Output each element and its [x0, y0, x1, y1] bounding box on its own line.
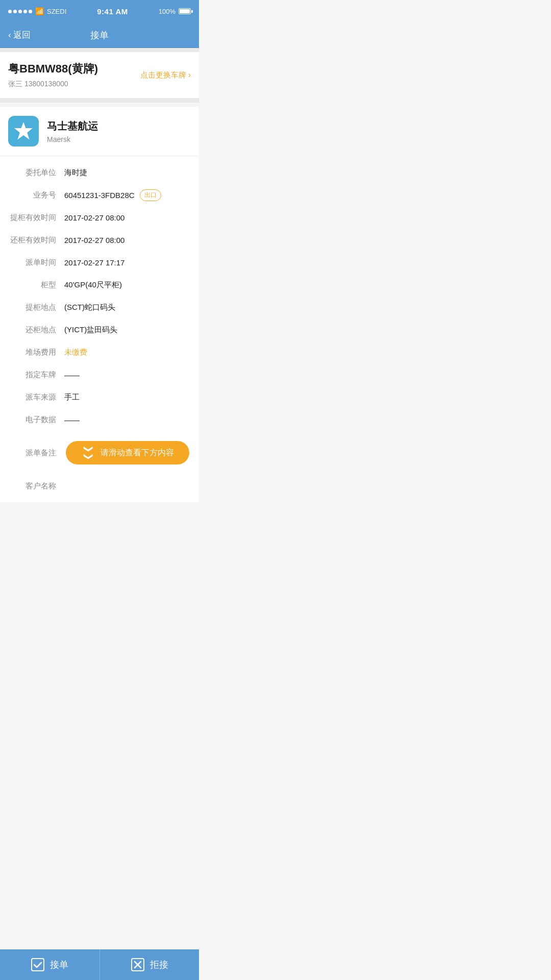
detail-label: 还柜有效时间 [8, 235, 64, 245]
battery-icon [179, 8, 191, 14]
detail-row: 业务号60451231-3FDB28C出口 [0, 184, 199, 206]
detail-value: 2017-02-27 17:17 [64, 258, 191, 267]
detail-value: (YICT)盐田码头 [64, 325, 191, 335]
detail-row: 柜型40'GP(40尺平柜) [0, 274, 199, 296]
detail-value: 40'GP(40尺平柜) [64, 280, 191, 290]
detail-value: 2017-02-27 08:00 [64, 213, 191, 222]
detail-value-scroll: ❯❯请滑动查看下方内容 [64, 436, 191, 470]
scroll-notice-label: 请滑动查看下方内容 [101, 448, 174, 458]
status-left: 📶 SZEDI [8, 7, 66, 15]
detail-label: 提柜地点 [8, 303, 64, 312]
page-title: 接单 [90, 29, 109, 41]
detail-label: 派单时间 [8, 258, 64, 267]
detail-label: 业务号 [8, 190, 64, 200]
detail-value: 海时捷 [64, 168, 191, 178]
detail-row: 堆场费用未缴费 [0, 341, 199, 363]
company-section: 马士基航运 Maersk [0, 107, 199, 156]
detail-row: 指定车牌—— [0, 363, 199, 386]
detail-label: 指定车牌 [8, 370, 64, 380]
detail-row: 提柜有效时间2017-02-27 08:00 [0, 206, 199, 229]
detail-value: 60451231-3FDB28C出口 [64, 189, 191, 201]
scroll-down-icon: ❯❯ [83, 445, 94, 460]
maersk-star-icon [13, 121, 34, 141]
partial-label-row: 客户名称 [0, 475, 199, 497]
detail-label: 提柜有效时间 [8, 213, 64, 223]
detail-value: 2017-02-27 08:00 [64, 236, 191, 244]
detail-row: 派单备注❯❯请滑动查看下方内容 [0, 431, 199, 475]
detail-row: 派车来源手工 [0, 386, 199, 408]
detail-label: 电子数据 [8, 415, 64, 425]
company-info: 马士基航运 Maersk [47, 119, 98, 143]
detail-label: 派车来源 [8, 393, 64, 402]
detail-label: 委托单位 [8, 168, 64, 178]
scroll-notice-button[interactable]: ❯❯请滑动查看下方内容 [66, 441, 189, 464]
change-plate-arrow-icon: › [188, 70, 191, 80]
detail-label: 还柜地点 [8, 325, 64, 335]
mid-separator [0, 99, 199, 103]
back-label: 返回 [13, 29, 31, 41]
status-bar: 📶 SZEDI 9:41 AM 100% [0, 0, 199, 22]
back-button[interactable]: ‹ 返回 [8, 29, 31, 41]
company-name-en: Maersk [47, 135, 98, 143]
company-logo [8, 116, 39, 146]
detail-value: 未缴费 [64, 348, 191, 357]
detail-row: 委托单位海时捷 [0, 161, 199, 184]
detail-value: (SCT)蛇口码头 [64, 303, 191, 312]
vehicle-section: 粤BBMW88(黄牌) 张三 13800138000 点击更换车牌 › [0, 52, 199, 99]
detail-label: 柜型 [8, 280, 64, 290]
status-time: 9:41 AM [97, 7, 128, 16]
detail-row: 电子数据—— [0, 408, 199, 431]
back-arrow-icon: ‹ [8, 30, 11, 40]
detail-row: 还柜有效时间2017-02-27 08:00 [0, 229, 199, 251]
status-right: 100% [159, 8, 191, 15]
detail-value: —— [64, 415, 191, 424]
wifi-icon: 📶 [35, 7, 44, 15]
detail-row: 派单时间2017-02-27 17:17 [0, 251, 199, 274]
vehicle-plate: 粤BBMW88(黄牌) [8, 61, 98, 77]
top-separator [0, 48, 199, 52]
change-plate-button[interactable]: 点击更换车牌 › [140, 70, 191, 80]
company-name-zh: 马士基航运 [47, 119, 98, 133]
carrier-label: SZEDI [47, 8, 66, 15]
vehicle-driver: 张三 13800138000 [8, 80, 98, 89]
detail-value: —— [64, 371, 191, 379]
battery-percent: 100% [159, 8, 176, 15]
partial-label: 客户名称 [8, 481, 64, 491]
business-number: 60451231-3FDB28C [64, 191, 135, 200]
signal-dots [8, 10, 32, 13]
vehicle-info: 粤BBMW88(黄牌) 张三 13800138000 [8, 61, 98, 89]
change-plate-label: 点击更换车牌 [140, 70, 186, 80]
detail-row: 提柜地点(SCT)蛇口码头 [0, 296, 199, 318]
svg-marker-0 [14, 122, 33, 139]
detail-label: 堆场费用 [8, 348, 64, 357]
details-section: 委托单位海时捷业务号60451231-3FDB28C出口提柜有效时间2017-0… [0, 156, 199, 502]
detail-row: 还柜地点(YICT)盐田码头 [0, 318, 199, 341]
export-badge: 出口 [140, 189, 161, 201]
nav-bar: ‹ 返回 接单 [0, 22, 199, 48]
detail-label: 派单备注 [8, 448, 64, 458]
detail-value: 手工 [64, 393, 191, 402]
